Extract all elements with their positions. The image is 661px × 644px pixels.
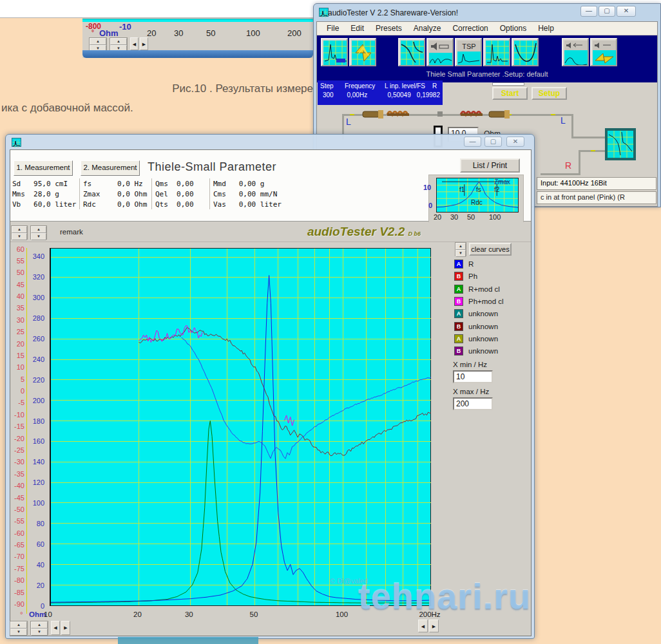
fragment-scroll-right-button[interactable]: ▶ xyxy=(140,37,148,50)
deg-tick--85: -85 xyxy=(6,589,24,596)
ohm-tick-280: 280 xyxy=(28,314,44,322)
legend-swatch-ph: B xyxy=(454,272,463,281)
axis-spinner[interactable]: ▲▼ xyxy=(30,621,48,635)
deg-tick--30: -30 xyxy=(6,458,24,466)
menu-correction[interactable]: Correction xyxy=(446,23,493,34)
menu-file[interactable]: File xyxy=(321,23,345,34)
mini-x-tick: 30 xyxy=(450,213,458,221)
close-button[interactable]: ✕ xyxy=(617,6,636,17)
fragment-scroll-left-button[interactable]: ◀ xyxy=(130,37,139,50)
list-print-button[interactable]: List / Print xyxy=(460,158,520,173)
spectrum-analyzer-icon[interactable] xyxy=(321,38,348,66)
scroll-left-button[interactable]: ◀ xyxy=(51,621,60,635)
close-button[interactable]: ✕ xyxy=(506,137,524,147)
tsp-icon[interactable]: TSP xyxy=(455,38,482,66)
rca-connector-coil xyxy=(458,107,517,121)
legend-swatch-r-mod-cl: A xyxy=(454,285,463,294)
step-header: Step xyxy=(320,82,345,90)
clear-curves-button[interactable]: clear curves xyxy=(469,243,512,256)
legend-label: R xyxy=(468,260,474,268)
mini-y-tick: 0 xyxy=(428,202,432,209)
document-caption-line1: Рис.10 . Результаты измере xyxy=(103,82,313,95)
legend-swatch-ph-mod-cl: B xyxy=(454,297,463,306)
fragment-spinner[interactable]: ▲▼ xyxy=(110,37,128,50)
axis-separator-line xyxy=(26,248,27,614)
menu-analyze[interactable]: Analyze xyxy=(408,23,447,34)
deg-tick--5: -5 xyxy=(6,399,24,406)
speaker-sweep-icon[interactable] xyxy=(562,38,589,66)
ohm-tick-20: 20 xyxy=(28,582,44,589)
circuit-junction xyxy=(437,111,443,117)
speaker-plot-icon[interactable] xyxy=(605,128,636,160)
deg-tick-20: 20 xyxy=(6,340,24,348)
mini-x-tick: 100 xyxy=(489,213,501,221)
channel-l-left-label: L xyxy=(346,117,351,127)
r-header: R xyxy=(432,82,437,90)
deg-tick-45: 45 xyxy=(6,281,24,289)
maximize-button[interactable]: ▢ xyxy=(599,6,615,17)
legend-label: unknown xyxy=(468,347,498,355)
ts-params-col3: Qms 0,00 Qel 0,00 Qts 0,00 xyxy=(155,179,194,210)
ohm-tick-40: 40 xyxy=(28,561,44,569)
x-scroll-right-button[interactable]: ▶ xyxy=(429,620,439,632)
legend-swatch-r: A xyxy=(454,260,463,269)
ohm-tick-140: 140 xyxy=(28,458,44,466)
circuit-wire-to-speaker xyxy=(571,137,605,138)
x-tick-100: 100 xyxy=(336,611,348,618)
legend-label: unknown xyxy=(468,335,498,343)
ts-params-col2: fs 0,0 Hz Zmax 0,0 Ohm Rdc 0,0 Ohm xyxy=(83,179,147,210)
wire-dash xyxy=(350,114,354,115)
legend-label: R+mod cl xyxy=(468,285,500,293)
menu-presets[interactable]: Presets xyxy=(370,23,408,34)
f2-label: f2 xyxy=(494,186,499,193)
spectrum-spike-icon[interactable] xyxy=(483,38,510,66)
scroll-right-button[interactable]: ▶ xyxy=(61,621,70,635)
x-tick-10: 10 xyxy=(44,611,52,618)
level-r-value: 0,19982 xyxy=(417,91,440,99)
deg-tick-40: 40 xyxy=(6,292,24,300)
document-caption-line2: ика с добавочной массой. xyxy=(1,102,133,115)
maximize-button[interactable]: ▢ xyxy=(484,137,502,147)
wire-dash xyxy=(591,150,595,151)
remark-spinner[interactable]: ▲▼ xyxy=(11,225,28,240)
signal-generator-icon[interactable] xyxy=(349,38,376,66)
fragment-y-label-blue: -10 xyxy=(119,22,131,32)
fragment-plot-edge xyxy=(82,19,313,22)
x-scroll-left-button[interactable]: ◀ xyxy=(418,620,428,632)
x-tick-30: 30 xyxy=(185,611,193,618)
start-button[interactable]: Start xyxy=(492,87,528,100)
deg-tick--75: -75 xyxy=(6,565,24,573)
impedance-curve-icon[interactable] xyxy=(398,38,425,66)
tab-measurement-1[interactable]: 1. Measurement xyxy=(14,160,73,176)
axis-spinner[interactable]: ▲▼ xyxy=(10,621,28,635)
deg-tick--55: -55 xyxy=(6,517,24,525)
frequency-response-icon[interactable] xyxy=(512,38,539,66)
page-title: Thiele-Small Parameter xyxy=(148,160,276,174)
menu-bar: FileEditPresetsAnalyzeCorrectionOptionsH… xyxy=(317,22,657,35)
deg-tick--15: -15 xyxy=(6,422,24,430)
deg-tick--45: -45 xyxy=(6,494,24,502)
brand-text: audioTester V2.2 xyxy=(307,225,405,238)
ohm-tick-60: 60 xyxy=(28,540,44,548)
minimize-button[interactable]: — xyxy=(580,6,597,17)
tab-measurement-2[interactable]: 2. Measurement xyxy=(81,160,140,176)
menu-options[interactable]: Options xyxy=(494,23,532,34)
curve-spinner[interactable]: ▲▼ xyxy=(455,242,466,256)
x-max-input[interactable]: 200 xyxy=(453,397,493,410)
fragment-spinner[interactable]: ▲▼ xyxy=(89,37,107,50)
x-min-input[interactable]: 10 xyxy=(453,370,493,383)
menu-edit[interactable]: Edit xyxy=(345,23,370,34)
progress-bar xyxy=(492,82,524,86)
setup-button[interactable]: Setup xyxy=(532,87,567,100)
remark-spinner[interactable]: ▲▼ xyxy=(30,225,47,240)
minimize-button[interactable]: — xyxy=(464,137,481,147)
menu-help[interactable]: Help xyxy=(532,23,560,34)
speaker-measure-icon[interactable] xyxy=(426,38,454,66)
deg-tick-5: 5 xyxy=(6,375,24,383)
ohm-tick-260: 260 xyxy=(28,335,44,343)
deg-tick-55: 55 xyxy=(6,257,24,265)
background-plot-window: -800 -10 ° Ohm 20 30 50 100 200 ▲▼ ▲▼ ◀ … xyxy=(82,18,313,58)
remark-toolbar xyxy=(10,222,531,242)
mini-x-tick: 20 xyxy=(434,213,441,221)
speaker-generator-icon[interactable] xyxy=(590,38,617,66)
